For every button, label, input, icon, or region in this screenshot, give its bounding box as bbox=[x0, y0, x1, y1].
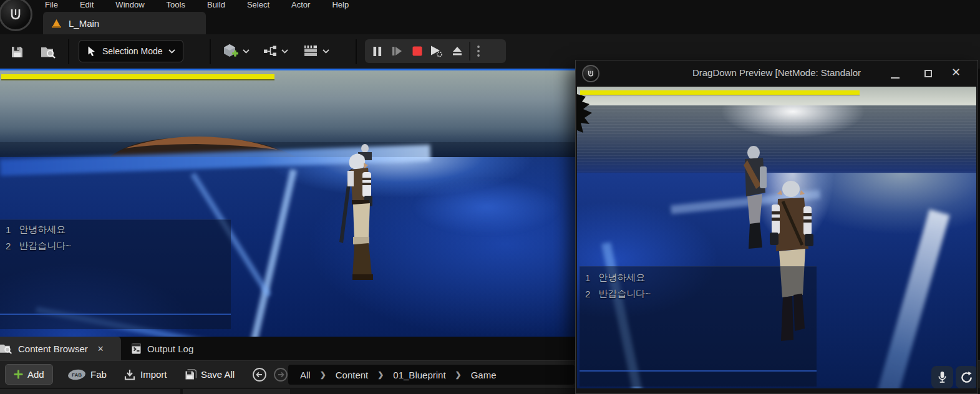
forward-button[interactable] bbox=[273, 367, 288, 382]
launch-options-button[interactable] bbox=[427, 41, 447, 62]
more-play-options-button[interactable] bbox=[472, 41, 485, 62]
chevron-down-icon bbox=[168, 49, 175, 54]
microphone-icon bbox=[937, 370, 948, 384]
selection-mode-label: Selection Mode bbox=[102, 46, 163, 56]
water-crack-highlight bbox=[244, 169, 297, 337]
preview-subtitle-panel: 1 안녕하세요 2 반갑습니다~ bbox=[580, 266, 817, 387]
add-actor-dropdown[interactable] bbox=[222, 40, 250, 62]
menu-edit[interactable]: Edit bbox=[79, 0, 95, 11]
pause-button[interactable] bbox=[367, 41, 387, 62]
menu-actor[interactable]: Actor bbox=[290, 0, 311, 11]
save-all-icon bbox=[185, 368, 196, 380]
frame-skip-icon bbox=[392, 46, 403, 56]
unreal-logo-icon bbox=[6, 5, 25, 24]
svg-text:FAB: FAB bbox=[72, 372, 82, 378]
level-icon bbox=[51, 17, 62, 29]
back-icon bbox=[252, 367, 267, 382]
water-glow bbox=[412, 179, 561, 235]
loading-progress-bar bbox=[1, 74, 274, 79]
menu-build[interactable]: Build bbox=[206, 0, 226, 11]
breadcrumb-chevron-icon: ❯ bbox=[377, 370, 384, 379]
browse-content-button[interactable] bbox=[36, 41, 60, 63]
water-foam-streak bbox=[855, 209, 949, 388]
unreal-logo bbox=[0, 0, 32, 31]
breadcrumb-chevron-icon: ❯ bbox=[455, 370, 462, 379]
subtitle-line: 2 반갑습니다~ bbox=[580, 286, 817, 302]
menu-tools[interactable]: Tools bbox=[165, 0, 187, 11]
close-tab-icon[interactable]: ✕ bbox=[97, 344, 104, 353]
breadcrumb-all[interactable]: All bbox=[300, 370, 311, 380]
sources-panel-edge bbox=[0, 389, 180, 394]
assets-panel-edge bbox=[290, 389, 575, 394]
subtitle-panel: 1 안녕하세요 2 반갑습니다~ bbox=[0, 219, 231, 329]
subtitle-number: 1 bbox=[585, 272, 590, 283]
play-controls bbox=[365, 39, 506, 63]
content-browser-icon bbox=[0, 342, 12, 355]
level-viewport[interactable]: 1 안녕하세요 2 반갑습니다~ bbox=[0, 69, 575, 337]
subtitle-line: 2 반갑습니다~ bbox=[0, 238, 231, 254]
subtitle-line: 1 안녕하세요 bbox=[0, 221, 231, 238]
subtitle-panel-divider bbox=[0, 314, 231, 315]
cinematics-dropdown[interactable] bbox=[303, 40, 329, 62]
tab-content-browser[interactable]: Content Browser ✕ bbox=[0, 337, 121, 360]
import-button-label: Import bbox=[140, 369, 167, 380]
tab-output-log[interactable]: Output Log bbox=[122, 337, 216, 360]
play-settings-icon bbox=[430, 46, 444, 57]
save-level-button[interactable] bbox=[5, 41, 29, 63]
content-browser-tab-label: Content Browser bbox=[18, 344, 88, 354]
eject-button[interactable] bbox=[447, 41, 467, 62]
stop-icon bbox=[412, 46, 422, 56]
save-all-button[interactable]: Save All bbox=[185, 364, 235, 385]
toolbar-divider bbox=[210, 39, 211, 64]
plus-icon bbox=[14, 370, 23, 379]
pause-icon bbox=[372, 46, 382, 57]
minimize-icon[interactable] bbox=[891, 77, 900, 79]
menu-bar: File Edit Window Tools Build Select Acto… bbox=[44, 0, 350, 11]
cinematics-clapper-icon bbox=[303, 44, 319, 59]
unreal-editor-window: File Edit Window Tools Build Select Acto… bbox=[0, 0, 980, 394]
menu-window[interactable]: Window bbox=[114, 0, 145, 11]
preview-title-bar[interactable]: DragDown Preview [NetMode: Standalor ✕ bbox=[576, 60, 978, 87]
toolbar-divider bbox=[68, 39, 69, 64]
selection-mode-dropdown[interactable]: Selection Mode bbox=[79, 40, 183, 62]
breadcrumb-01-blueprint[interactable]: 01_Blueprint bbox=[393, 370, 445, 380]
chevron-down-icon bbox=[323, 49, 329, 54]
menu-file[interactable]: File bbox=[44, 0, 59, 11]
microphone-button[interactable] bbox=[931, 366, 953, 388]
add-button[interactable]: Add bbox=[5, 364, 53, 385]
preview-window-title: DragDown Preview [NetMode: Standalor bbox=[576, 67, 978, 78]
close-icon[interactable]: ✕ bbox=[951, 65, 961, 79]
eject-icon bbox=[452, 46, 462, 56]
menu-help[interactable]: Help bbox=[331, 0, 350, 11]
subtitle-text: 안녕하세요 bbox=[19, 224, 65, 236]
subtitle-text: 반갑습니다~ bbox=[598, 288, 651, 300]
preview-tree-silhouette bbox=[577, 94, 607, 134]
subtitle-number: 2 bbox=[585, 289, 590, 299]
stop-button[interactable] bbox=[407, 41, 427, 62]
breadcrumb-content[interactable]: Content bbox=[336, 370, 369, 380]
forward-icon bbox=[273, 367, 288, 382]
subtitle-text: 반갑습니다~ bbox=[19, 240, 71, 252]
back-button[interactable] bbox=[252, 367, 267, 382]
output-log-tab-label: Output Log bbox=[147, 344, 193, 354]
reload-loop-icon bbox=[960, 371, 973, 384]
maximize-icon[interactable] bbox=[924, 70, 932, 77]
subtitle-number: 2 bbox=[6, 241, 11, 251]
import-button[interactable]: Import bbox=[124, 364, 167, 385]
blueprints-dropdown[interactable] bbox=[263, 40, 288, 62]
subtitle-number: 1 bbox=[6, 224, 11, 235]
tab-l-main[interactable]: L_Main bbox=[43, 12, 206, 34]
add-actor-cube-icon bbox=[222, 42, 240, 60]
breadcrumb-game[interactable]: Game bbox=[471, 370, 497, 380]
preview-game-viewport[interactable]: 1 안녕하세요 2 반갑습니다~ bbox=[577, 87, 976, 388]
preview-loading-progress-bar bbox=[580, 90, 860, 95]
frame-skip-button[interactable] bbox=[387, 41, 407, 62]
import-icon bbox=[124, 368, 136, 381]
fab-button[interactable]: FAB Fab bbox=[67, 364, 107, 385]
fab-button-label: Fab bbox=[90, 369, 107, 380]
preview-sky bbox=[577, 87, 976, 105]
menu-select[interactable]: Select bbox=[246, 0, 271, 11]
subtitle-text: 안녕하세요 bbox=[598, 272, 645, 284]
play-controls-divider bbox=[469, 42, 470, 60]
reload-button[interactable] bbox=[956, 366, 976, 388]
